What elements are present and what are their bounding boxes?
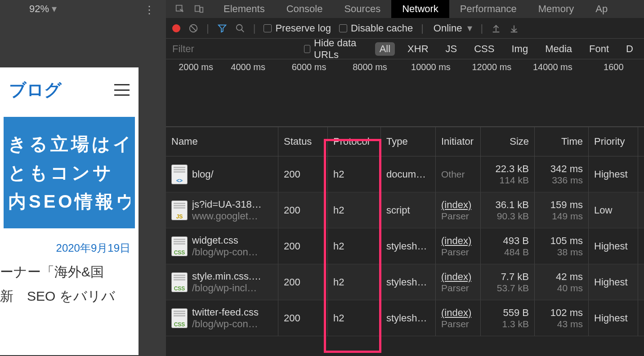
request-path: /blog/wp-con… <box>192 318 259 330</box>
post-body: ーナー「海外&国 <box>0 260 139 284</box>
chevron-down-icon: ▾ <box>467 22 472 34</box>
clear-icon[interactable] <box>188 23 198 33</box>
request-name: twitter-feed.css <box>192 307 259 318</box>
search-icon[interactable] <box>235 23 245 33</box>
type-filter-xhr[interactable]: XHR <box>403 42 433 56</box>
site-header: ブログ <box>0 67 139 112</box>
cell-size: 7.7 kB53.7 kB <box>481 264 535 300</box>
cell-type: script <box>381 192 436 228</box>
col-priority[interactable]: Priority <box>589 127 638 156</box>
cell-initiator[interactable]: Other <box>436 156 481 192</box>
tab-sources[interactable]: Sources <box>333 0 391 18</box>
hero-text: きる立場はイ <box>8 129 130 158</box>
zoom-level[interactable]: 92% <box>29 3 49 15</box>
cell-type: stylesh… <box>381 228 436 264</box>
kebab-menu-icon[interactable]: ⋮ <box>144 4 155 16</box>
hide-data-urls-checkbox[interactable]: Hide data URLs <box>304 37 367 61</box>
file-type-icon: JS <box>171 200 188 220</box>
tab-memory[interactable]: Memory <box>528 0 585 18</box>
filter-icon[interactable] <box>217 23 227 33</box>
type-filter-all[interactable]: All <box>375 42 395 56</box>
network-table-body: <> blog/ 200 h2 docum… Other 22.3 kB114 … <box>166 156 644 336</box>
type-filter-doc[interactable]: D <box>622 42 638 56</box>
devtools-panel: Elements Console Sources Network Perform… <box>166 0 644 356</box>
device-toolbar: 92% ▾ ⋮ <box>0 0 166 18</box>
tab-network[interactable]: Network <box>391 0 449 18</box>
col-type[interactable]: Type <box>381 127 436 156</box>
tab-application[interactable]: Ap <box>585 0 618 18</box>
cell-initiator[interactable]: (index)Parser <box>436 300 481 336</box>
post-date: 2020年9月19日 <box>0 233 139 260</box>
cell-size: 559 B1.3 kB <box>481 300 535 336</box>
cell-size: 493 B484 B <box>481 228 535 264</box>
device-toggle-icon[interactable] <box>194 4 204 14</box>
col-name[interactable]: Name <box>166 127 278 156</box>
timeline-tick: 14000 ms <box>522 62 583 72</box>
waterfall-timeline[interactable]: 2000 ms 4000 ms 6000 ms 8000 ms 10000 ms… <box>166 59 644 127</box>
col-size[interactable]: Size <box>481 127 535 156</box>
type-filter-css[interactable]: CSS <box>470 42 499 56</box>
col-time[interactable]: Time <box>535 127 589 156</box>
svg-rect-2 <box>200 7 203 12</box>
download-icon[interactable] <box>509 23 519 33</box>
request-name: js?id=UA-318… <box>192 199 262 210</box>
hero-block: きる立場はイ ともコンサ 内SEO情報ウ <box>4 117 135 228</box>
table-row[interactable]: CSS style.min.css.…/blog/wp-incl… 200 h2… <box>166 264 644 300</box>
tab-console[interactable]: Console <box>276 0 334 18</box>
inspect-icon[interactable] <box>175 4 185 14</box>
table-row[interactable]: CSS twitter-feed.css/blog/wp-con… 200 h2… <box>166 300 644 336</box>
type-filter-js[interactable]: JS <box>441 42 462 56</box>
cell-status: 200 <box>278 156 328 192</box>
request-path: /blog/wp-con… <box>192 246 258 258</box>
request-name: widget.css <box>192 235 258 246</box>
col-initiator[interactable]: Initiator <box>436 127 481 156</box>
hamburger-icon[interactable] <box>114 84 130 96</box>
table-row[interactable]: <> blog/ 200 h2 docum… Other 22.3 kB114 … <box>166 156 644 192</box>
tab-performance[interactable]: Performance <box>449 0 528 18</box>
cell-protocol: h2 <box>328 264 381 300</box>
mobile-viewport: ブログ きる立場はイ ともコンサ 内SEO情報ウ 2020年9月19日 ーナー「… <box>0 67 139 355</box>
preserve-log-checkbox[interactable]: Preserve log <box>264 22 331 34</box>
cell-priority: Highest <box>589 300 638 336</box>
filter-input[interactable] <box>172 43 296 55</box>
chevron-down-icon[interactable]: ▾ <box>52 3 57 15</box>
file-type-icon: CSS <box>171 236 188 256</box>
timeline-tick: 12000 ms <box>461 62 522 72</box>
cell-priority: Highest <box>589 228 638 264</box>
cell-initiator[interactable]: (index)Parser <box>436 228 481 264</box>
cell-priority: Highest <box>589 156 638 192</box>
cell-initiator[interactable]: (index)Parser <box>436 264 481 300</box>
table-row[interactable]: JS js?id=UA-318…www.googlet… 200 h2 scri… <box>166 192 644 228</box>
cell-type: docum… <box>381 156 436 192</box>
type-filter-media[interactable]: Media <box>541 42 577 56</box>
cell-protocol: h2 <box>328 228 381 264</box>
site-logo[interactable]: ブログ <box>9 79 62 102</box>
upload-icon[interactable] <box>491 23 501 33</box>
cell-size: 36.1 kB90.3 kB <box>481 192 535 228</box>
col-protocol[interactable]: Protocol <box>328 127 381 156</box>
cell-status: 200 <box>278 300 328 336</box>
cell-time: 102 ms43 ms <box>535 300 589 336</box>
type-filter-img[interactable]: Img <box>507 42 532 56</box>
tab-elements[interactable]: Elements <box>213 0 276 18</box>
record-button[interactable] <box>172 24 180 32</box>
cell-status: 200 <box>278 264 328 300</box>
cell-time: 159 ms149 ms <box>535 192 589 228</box>
table-row[interactable]: CSS widget.css/blog/wp-con… 200 h2 style… <box>166 228 644 264</box>
post-body: 新 SEO をバリバ <box>0 284 139 308</box>
cell-time: 42 ms40 ms <box>535 264 589 300</box>
cell-protocol: h2 <box>328 300 381 336</box>
col-status[interactable]: Status <box>278 127 328 156</box>
timeline-tick: 6000 ms <box>278 62 339 72</box>
device-preview-pane: 92% ▾ ⋮ ブログ きる立場はイ ともコンサ 内SEO情報ウ 2020年9月… <box>0 0 166 356</box>
timeline-tick: 1600 <box>583 62 644 72</box>
cell-time: 105 ms38 ms <box>535 228 589 264</box>
cell-status: 200 <box>278 192 328 228</box>
file-type-icon: CSS <box>171 308 188 328</box>
cell-initiator[interactable]: (index)Parser <box>436 192 481 228</box>
disable-cache-checkbox[interactable]: Disable cache <box>339 22 413 34</box>
throttle-select[interactable]: Online▾ <box>434 22 473 34</box>
timeline-tick: 4000 ms <box>218 62 278 72</box>
type-filter-font[interactable]: Font <box>585 42 613 56</box>
request-path: /blog/wp-incl… <box>192 282 261 294</box>
